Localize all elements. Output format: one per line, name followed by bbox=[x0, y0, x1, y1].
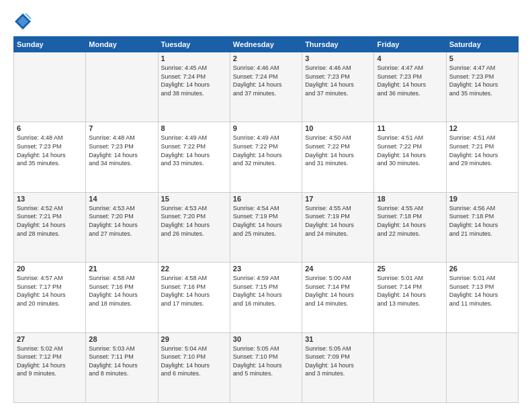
calendar-cell: 22Sunrise: 4:58 AM Sunset: 7:16 PM Dayli… bbox=[158, 263, 230, 332]
weekday-header-friday: Friday bbox=[374, 37, 446, 52]
day-number: 29 bbox=[161, 335, 227, 343]
day-info: Sunrise: 4:57 AM Sunset: 7:17 PM Dayligh… bbox=[17, 274, 83, 308]
day-info: Sunrise: 4:47 AM Sunset: 7:23 PM Dayligh… bbox=[377, 64, 443, 97]
day-number: 28 bbox=[89, 335, 154, 343]
calendar-cell: 19Sunrise: 4:56 AM Sunset: 7:18 PM Dayli… bbox=[446, 192, 518, 262]
day-info: Sunrise: 4:47 AM Sunset: 7:23 PM Dayligh… bbox=[449, 64, 515, 97]
day-number: 20 bbox=[17, 265, 83, 273]
calendar-cell: 23Sunrise: 4:59 AM Sunset: 7:15 PM Dayli… bbox=[230, 263, 302, 332]
day-info: Sunrise: 4:49 AM Sunset: 7:22 PM Dayligh… bbox=[161, 134, 227, 167]
header bbox=[13, 12, 519, 31]
day-number: 16 bbox=[233, 195, 299, 203]
calendar-cell: 2Sunrise: 4:46 AM Sunset: 7:24 PM Daylig… bbox=[230, 52, 302, 122]
day-info: Sunrise: 4:48 AM Sunset: 7:23 PM Dayligh… bbox=[17, 134, 83, 167]
day-number: 27 bbox=[17, 335, 83, 343]
day-number: 7 bbox=[89, 124, 154, 132]
day-info: Sunrise: 4:48 AM Sunset: 7:23 PM Dayligh… bbox=[89, 134, 154, 167]
calendar-cell: 13Sunrise: 4:52 AM Sunset: 7:21 PM Dayli… bbox=[14, 192, 86, 262]
day-number: 31 bbox=[305, 335, 371, 343]
day-number: 24 bbox=[305, 265, 371, 273]
calendar-cell: 24Sunrise: 5:00 AM Sunset: 7:14 PM Dayli… bbox=[302, 263, 374, 332]
day-info: Sunrise: 4:51 AM Sunset: 7:21 PM Dayligh… bbox=[449, 134, 515, 167]
day-number: 10 bbox=[305, 124, 371, 132]
day-info: Sunrise: 4:52 AM Sunset: 7:21 PM Dayligh… bbox=[17, 204, 83, 238]
day-number: 21 bbox=[89, 265, 154, 273]
day-info: Sunrise: 5:04 AM Sunset: 7:10 PM Dayligh… bbox=[161, 345, 227, 378]
day-info: Sunrise: 5:05 AM Sunset: 7:09 PM Dayligh… bbox=[305, 345, 371, 378]
calendar-cell bbox=[374, 332, 446, 402]
calendar-cell: 28Sunrise: 5:03 AM Sunset: 7:11 PM Dayli… bbox=[86, 332, 158, 402]
day-info: Sunrise: 4:50 AM Sunset: 7:22 PM Dayligh… bbox=[305, 134, 371, 167]
day-info: Sunrise: 4:49 AM Sunset: 7:22 PM Dayligh… bbox=[233, 134, 299, 167]
weekday-header-sunday: Sunday bbox=[14, 37, 86, 52]
day-info: Sunrise: 5:02 AM Sunset: 7:12 PM Dayligh… bbox=[17, 345, 83, 378]
day-number: 9 bbox=[233, 124, 299, 132]
calendar-cell: 4Sunrise: 4:47 AM Sunset: 7:23 PM Daylig… bbox=[374, 52, 446, 122]
calendar-cell: 11Sunrise: 4:51 AM Sunset: 7:22 PM Dayli… bbox=[374, 122, 446, 192]
day-number: 19 bbox=[449, 195, 515, 203]
calendar-cell: 5Sunrise: 4:47 AM Sunset: 7:23 PM Daylig… bbox=[446, 52, 518, 122]
logo bbox=[13, 12, 35, 31]
day-info: Sunrise: 4:46 AM Sunset: 7:23 PM Dayligh… bbox=[305, 64, 371, 97]
day-number: 11 bbox=[377, 124, 443, 132]
day-number: 30 bbox=[233, 335, 299, 343]
calendar-week-2: 6Sunrise: 4:48 AM Sunset: 7:23 PM Daylig… bbox=[14, 122, 519, 192]
day-number: 14 bbox=[89, 195, 154, 203]
calendar-cell: 8Sunrise: 4:49 AM Sunset: 7:22 PM Daylig… bbox=[158, 122, 230, 192]
day-info: Sunrise: 4:59 AM Sunset: 7:15 PM Dayligh… bbox=[233, 274, 299, 308]
day-number: 5 bbox=[449, 54, 515, 62]
weekday-header-wednesday: Wednesday bbox=[230, 37, 302, 52]
weekday-header-thursday: Thursday bbox=[302, 37, 374, 52]
calendar-cell: 20Sunrise: 4:57 AM Sunset: 7:17 PM Dayli… bbox=[14, 263, 86, 332]
calendar-cell: 29Sunrise: 5:04 AM Sunset: 7:10 PM Dayli… bbox=[158, 332, 230, 402]
day-number: 8 bbox=[161, 124, 227, 132]
day-info: Sunrise: 4:55 AM Sunset: 7:18 PM Dayligh… bbox=[377, 204, 443, 238]
calendar-cell: 26Sunrise: 5:01 AM Sunset: 7:13 PM Dayli… bbox=[446, 263, 518, 332]
calendar-cell: 30Sunrise: 5:05 AM Sunset: 7:10 PM Dayli… bbox=[230, 332, 302, 402]
calendar-cell: 18Sunrise: 4:55 AM Sunset: 7:18 PM Dayli… bbox=[374, 192, 446, 262]
weekday-header-monday: Monday bbox=[86, 37, 158, 52]
day-number: 6 bbox=[17, 124, 83, 132]
calendar-table: SundayMondayTuesdayWednesdayThursdayFrid… bbox=[13, 36, 519, 403]
day-info: Sunrise: 4:58 AM Sunset: 7:16 PM Dayligh… bbox=[89, 274, 154, 308]
day-number: 3 bbox=[305, 54, 371, 62]
day-info: Sunrise: 4:51 AM Sunset: 7:22 PM Dayligh… bbox=[377, 134, 443, 167]
weekday-header-saturday: Saturday bbox=[446, 37, 518, 52]
day-number: 12 bbox=[449, 124, 515, 132]
day-info: Sunrise: 4:54 AM Sunset: 7:19 PM Dayligh… bbox=[233, 204, 299, 238]
weekday-header-row: SundayMondayTuesdayWednesdayThursdayFrid… bbox=[14, 37, 519, 52]
calendar-cell: 9Sunrise: 4:49 AM Sunset: 7:22 PM Daylig… bbox=[230, 122, 302, 192]
day-number: 17 bbox=[305, 195, 371, 203]
day-info: Sunrise: 4:53 AM Sunset: 7:20 PM Dayligh… bbox=[161, 204, 227, 238]
day-info: Sunrise: 4:46 AM Sunset: 7:24 PM Dayligh… bbox=[233, 64, 299, 97]
day-number: 4 bbox=[377, 54, 443, 62]
calendar-cell bbox=[86, 52, 158, 122]
day-info: Sunrise: 5:01 AM Sunset: 7:14 PM Dayligh… bbox=[377, 274, 443, 308]
day-info: Sunrise: 5:03 AM Sunset: 7:11 PM Dayligh… bbox=[89, 345, 154, 378]
calendar-cell bbox=[446, 332, 518, 402]
day-info: Sunrise: 5:05 AM Sunset: 7:10 PM Dayligh… bbox=[233, 345, 299, 378]
day-number: 22 bbox=[161, 265, 227, 273]
calendar-cell: 15Sunrise: 4:53 AM Sunset: 7:20 PM Dayli… bbox=[158, 192, 230, 262]
weekday-header-tuesday: Tuesday bbox=[158, 37, 230, 52]
calendar-week-4: 20Sunrise: 4:57 AM Sunset: 7:17 PM Dayli… bbox=[14, 263, 519, 332]
calendar-cell: 17Sunrise: 4:55 AM Sunset: 7:19 PM Dayli… bbox=[302, 192, 374, 262]
day-info: Sunrise: 4:53 AM Sunset: 7:20 PM Dayligh… bbox=[89, 204, 154, 238]
day-info: Sunrise: 4:55 AM Sunset: 7:19 PM Dayligh… bbox=[305, 204, 371, 238]
day-number: 26 bbox=[449, 265, 515, 273]
calendar-cell: 10Sunrise: 4:50 AM Sunset: 7:22 PM Dayli… bbox=[302, 122, 374, 192]
calendar-cell: 6Sunrise: 4:48 AM Sunset: 7:23 PM Daylig… bbox=[14, 122, 86, 192]
day-info: Sunrise: 5:00 AM Sunset: 7:14 PM Dayligh… bbox=[305, 274, 371, 308]
calendar-week-1: 1Sunrise: 4:45 AM Sunset: 7:24 PM Daylig… bbox=[14, 52, 519, 122]
day-number: 13 bbox=[17, 195, 83, 203]
day-number: 2 bbox=[233, 54, 299, 62]
calendar-cell: 16Sunrise: 4:54 AM Sunset: 7:19 PM Dayli… bbox=[230, 192, 302, 262]
calendar-cell: 21Sunrise: 4:58 AM Sunset: 7:16 PM Dayli… bbox=[86, 263, 158, 332]
calendar-cell bbox=[14, 52, 86, 122]
logo-icon bbox=[13, 12, 32, 31]
day-info: Sunrise: 4:56 AM Sunset: 7:18 PM Dayligh… bbox=[449, 204, 515, 238]
calendar-cell: 7Sunrise: 4:48 AM Sunset: 7:23 PM Daylig… bbox=[86, 122, 158, 192]
calendar-cell: 1Sunrise: 4:45 AM Sunset: 7:24 PM Daylig… bbox=[158, 52, 230, 122]
day-number: 23 bbox=[233, 265, 299, 273]
calendar-cell: 27Sunrise: 5:02 AM Sunset: 7:12 PM Dayli… bbox=[14, 332, 86, 402]
